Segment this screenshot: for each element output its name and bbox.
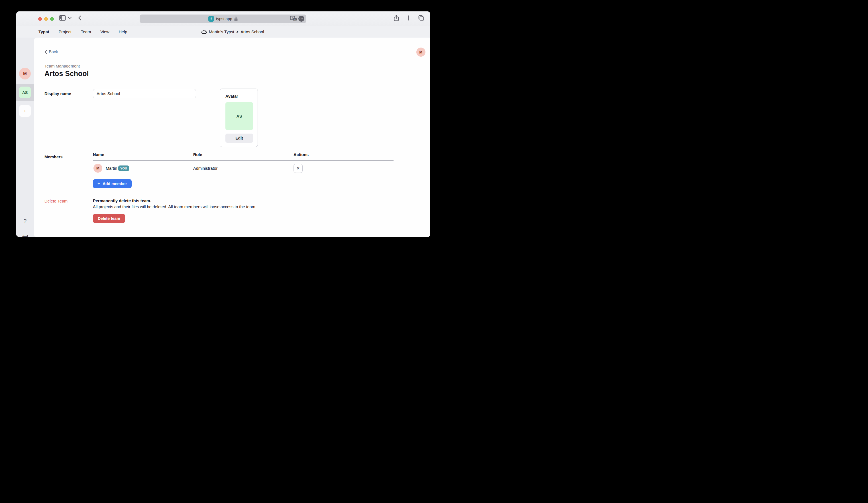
member-name: Martin (106, 166, 117, 171)
toolbar-divider (74, 15, 74, 21)
delete-team-description: All projects and their files will be del… (93, 205, 257, 209)
app-menubar: Typst Project Team View Help Martin's Ty… (16, 26, 430, 38)
traffic-lights (38, 17, 54, 21)
display-name-input[interactable] (93, 89, 196, 98)
new-tab-icon[interactable] (406, 15, 411, 21)
menu-view[interactable]: View (100, 30, 109, 34)
avatar-card: Avatar AS Edit (220, 88, 258, 147)
typst-favicon: t (208, 16, 214, 22)
remove-member-button[interactable]: ✕ (293, 164, 303, 173)
member-role: Administrator (193, 166, 217, 171)
back-link-label: Back (49, 50, 58, 54)
delete-team-title: Permanently delete this team. (93, 199, 151, 203)
team-avatar-preview: AS (225, 102, 253, 130)
edit-avatar-button[interactable]: Edit (225, 134, 253, 143)
address-bar[interactable]: t typst.app A 文 ••• (140, 14, 306, 23)
delete-team-label: Delete Team (44, 199, 68, 203)
tab-overview-icon[interactable] (418, 15, 424, 21)
column-header-name: Name (93, 153, 104, 157)
lock-icon (234, 17, 238, 21)
browser-toolbar: t typst.app A 文 ••• (16, 11, 430, 26)
add-member-button[interactable]: + Add member (93, 179, 132, 188)
help-button[interactable]: ? (16, 218, 34, 224)
column-header-actions: Actions (293, 153, 309, 157)
svg-text:A: A (291, 17, 293, 19)
menu-help[interactable]: Help (118, 30, 127, 34)
add-member-label: Add member (103, 181, 127, 186)
members-label: Members (44, 155, 63, 159)
menu-team[interactable]: Team (81, 30, 91, 34)
breadcrumb-current[interactable]: Artos School (240, 30, 264, 34)
menu-project[interactable]: Project (59, 30, 72, 34)
account-avatar[interactable]: M (416, 48, 425, 57)
page-title: Artos School (44, 70, 89, 78)
sidebar-item-personal-workspace[interactable]: M (19, 68, 31, 80)
translate-icon[interactable]: A 文 (290, 16, 297, 22)
typst-logo: typst (16, 233, 34, 237)
display-name-label: Display name (44, 92, 71, 96)
breadcrumb-separator: > (236, 30, 238, 34)
page-settings-icon[interactable]: ••• (298, 16, 304, 22)
menu-typst[interactable]: Typst (39, 30, 49, 34)
back-link[interactable]: Back (45, 50, 58, 54)
add-team-button[interactable]: + (19, 105, 31, 117)
svg-text:文: 文 (294, 18, 296, 21)
plus-icon: + (97, 181, 100, 187)
delete-team-button[interactable]: Delete team (93, 214, 125, 223)
member-avatar: M (93, 164, 102, 172)
sidebar-toggle-icon[interactable] (59, 15, 66, 21)
breadcrumb-workspace[interactable]: Martin's Typst (209, 30, 234, 34)
team-management-panel: Back M Team Management Artos School Disp… (34, 38, 430, 237)
close-window-button[interactable] (38, 17, 42, 21)
column-header-role: Role (193, 153, 202, 157)
avatar-card-label: Avatar (225, 94, 238, 98)
table-header-divider (93, 160, 394, 161)
back-navigation-icon[interactable] (78, 15, 81, 21)
sidebar-item-artos-school[interactable]: AS (19, 86, 31, 98)
cloud-icon (202, 30, 207, 34)
minimize-window-button[interactable] (44, 17, 48, 21)
browser-window: t typst.app A 文 ••• (16, 11, 430, 237)
you-badge: YOU (118, 166, 129, 171)
zoom-window-button[interactable] (50, 17, 54, 21)
sidebar-menu-chevron-icon[interactable] (68, 17, 72, 19)
url-text: typst.app (216, 17, 232, 21)
breadcrumb: Martin's Typst > Artos School (202, 26, 264, 38)
team-sidebar: M AS + ? typst (16, 38, 34, 237)
share-icon[interactable] (394, 15, 399, 21)
section-label: Team Management (44, 64, 80, 69)
